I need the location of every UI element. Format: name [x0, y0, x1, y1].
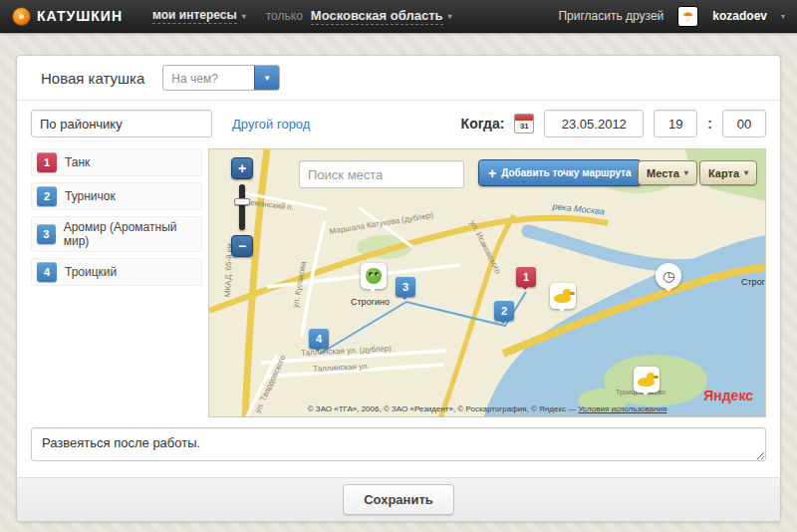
other-city-link[interactable]: Другой город [232, 117, 310, 132]
chevron-down-icon: ▾ [684, 168, 688, 177]
select-arrow-icon: ▼ [254, 66, 279, 90]
new-katushka-card: Новая катушка На чем? ▼ Другой город Ког… [16, 55, 781, 522]
minute-input[interactable] [722, 110, 766, 137]
map-copyright: © ЗАО «ТГА», 2006, © ЗАО «Резидент», © Р… [209, 404, 765, 413]
username[interactable]: kozadoev [712, 9, 767, 23]
save-button[interactable]: Сохранить [343, 484, 454, 515]
plus-icon: + [488, 165, 496, 181]
app-logo[interactable]: КАТУШКИН [12, 7, 123, 26]
poi-marker-mascot[interactable] [361, 263, 387, 289]
places-dropdown-button[interactable]: Места ▾ [638, 160, 697, 185]
card-footer: Сохранить [17, 477, 780, 521]
map-background [209, 149, 766, 417]
menu-my-interests[interactable]: мои интересы ▾ [152, 8, 246, 24]
hour-input[interactable] [654, 110, 697, 137]
user-menu-chevron-icon[interactable]: ▾ [781, 12, 785, 21]
date-input[interactable] [544, 110, 644, 137]
map-pin-2[interactable]: 2 [494, 301, 514, 321]
route-badge: 3 [37, 224, 56, 244]
when-label: Когда: [461, 116, 505, 132]
poi-marker-gauge[interactable]: ◷ [656, 263, 681, 289]
route-item-2[interactable]: 2 Турничок [31, 182, 202, 210]
comment-section: Развеяться после работы. [31, 427, 766, 465]
zoom-control: + − [231, 157, 253, 257]
page-title: Новая катушка [41, 70, 144, 87]
chevron-down-icon: ▾ [242, 12, 246, 21]
reel-logo-icon [12, 7, 31, 26]
route-badge: 2 [37, 186, 57, 206]
transport-select[interactable]: На чем? ▼ [162, 65, 280, 91]
yandex-logo[interactable]: Яндекс [703, 388, 753, 403]
brand-name: КАТУШКИН [37, 8, 123, 24]
route-item-1[interactable]: 1 Танк [31, 148, 202, 176]
user-avatar[interactable]: ☂ [677, 6, 698, 27]
terms-of-use-link[interactable]: Условия использования [578, 404, 666, 413]
duck-icon [554, 289, 572, 303]
topbar-right: Пригласить друзей ☂ kozadoev ▾ [558, 6, 785, 27]
topbar: КАТУШКИН мои интересы ▾ только Московска… [0, 0, 797, 33]
route-item-3[interactable]: 3 Аромир (Ароматный мир) [31, 216, 202, 252]
green-mascot-icon [366, 268, 382, 284]
gauge-icon: ◷ [663, 269, 674, 283]
calendar-icon[interactable]: 31 [514, 114, 534, 133]
poi-marker-duck[interactable] [550, 283, 576, 309]
map-pin-1[interactable]: 1 [516, 267, 536, 287]
zoom-in-button[interactable]: + [231, 157, 253, 179]
chevron-down-icon: ▾ [448, 12, 452, 21]
card-header: Новая катушка На чем? ▼ [17, 56, 780, 100]
map-pin-3[interactable]: 3 [396, 277, 415, 297]
map-pin-4[interactable]: 4 [309, 329, 329, 349]
add-route-point-button[interactable]: + Добавить точку маршрута [478, 159, 642, 186]
zoom-slider[interactable] [239, 184, 245, 230]
district-input[interactable] [31, 110, 212, 137]
route-item-4[interactable]: 4 Троицкий [31, 258, 202, 286]
only-label: только [266, 9, 303, 23]
map-layer-dropdown-button[interactable]: Карта ▾ [699, 160, 757, 185]
invite-friends-link[interactable]: Пригласить друзей [558, 9, 664, 23]
yandex-map[interactable]: МКАД. 65-й км ул. Кулакова Маршала Катук… [208, 148, 766, 417]
time-separator: : [707, 116, 712, 132]
comment-textarea[interactable]: Развеяться после работы. [31, 427, 766, 461]
route-point-list: 1 Танк 2 Турничок 3 Аромир (Ароматный ми… [31, 148, 202, 417]
filter-row: Другой город Когда: 31 : [17, 101, 780, 146]
zoom-out-button[interactable]: − [231, 235, 253, 257]
poi-marker-duck[interactable] [634, 367, 660, 393]
route-badge: 4 [37, 262, 57, 282]
route-badge: 1 [37, 152, 57, 172]
zoom-slider-handle[interactable] [234, 198, 250, 205]
duck-icon [638, 373, 656, 387]
main-row: 1 Танк 2 Турничок 3 Аромир (Ароматный ми… [17, 146, 780, 417]
chevron-down-icon: ▾ [744, 168, 748, 177]
map-search-input[interactable] [299, 160, 464, 188]
menu-region[interactable]: Московская область ▾ [311, 8, 452, 25]
calendar-day: 31 [515, 121, 533, 133]
